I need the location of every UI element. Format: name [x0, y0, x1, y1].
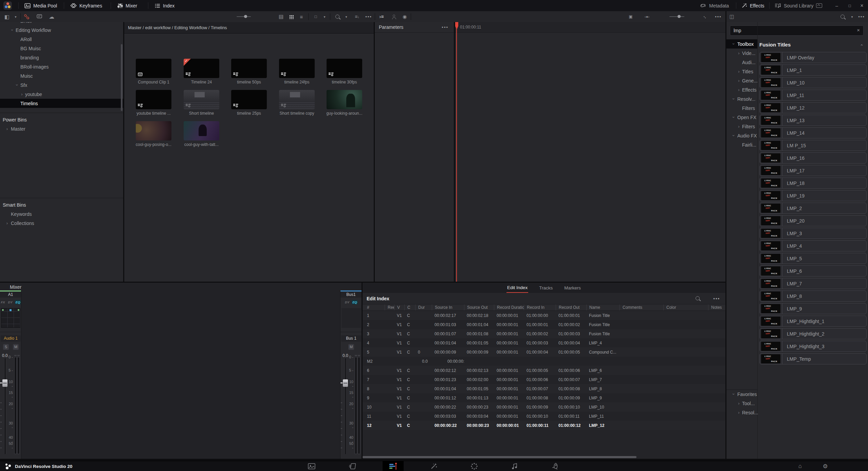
horizontal-scrollbar[interactable]	[363, 456, 636, 458]
column-header[interactable]: Ree	[385, 304, 394, 310]
clip-thumbnail[interactable]: ✓	[231, 90, 267, 109]
edit-index-options-icon[interactable]: •••	[713, 296, 720, 301]
tab-keyframes[interactable]: Keyframes	[70, 0, 102, 11]
bin-tree-item[interactable]: ›youtube	[0, 90, 123, 99]
column-header[interactable]: Source In	[432, 304, 464, 310]
clip-thumbnail[interactable]: ✓	[184, 59, 219, 78]
clip-thumbnail[interactable]: ✓	[184, 90, 219, 109]
fusion-title-item[interactable]: LYRIC ≈≈≈ PACK LMP_9	[759, 303, 867, 314]
fusion-title-item[interactable]: LYRIC ≈≈≈ PACK LMP_12	[759, 102, 867, 113]
grid-view-icon[interactable]	[287, 11, 295, 22]
fusion-title-item[interactable]: LYRIC ≈≈≈ PACK LMP_3	[759, 228, 867, 239]
effects-tree-item[interactable]: ›Gene...	[726, 76, 757, 85]
keyframe-spline-icon[interactable]: ◉	[401, 11, 409, 22]
fader-handle[interactable]	[343, 379, 348, 387]
fusion-title-item[interactable]: LYRIC ≈≈≈ PACK LMP_8	[759, 290, 867, 302]
chevron-icon[interactable]: ›	[731, 40, 736, 48]
effects-tree-item[interactable]: ›Titles	[726, 67, 757, 76]
keyframe-options-icon[interactable]: •••	[714, 11, 722, 22]
keyframe-zoom-slider[interactable]	[669, 16, 684, 17]
favorites-tree-item[interactable]: ›Favorites	[726, 390, 757, 399]
thumbnail-zoom-slider[interactable]	[237, 16, 251, 17]
clip-card[interactable]: ✓ Timeline 24	[184, 59, 219, 78]
fusion-title-item[interactable]: LYRIC ≈≈≈ PACK LMP_18	[759, 177, 867, 189]
favorites-tree-item[interactable]: ›Resol...	[726, 408, 757, 417]
fusion-title-item[interactable]: LYRIC ≈≈≈ PACK LMP_6	[759, 265, 867, 277]
volume-value[interactable]: 0.0	[2, 353, 8, 358]
chevron-icon[interactable]: ›	[736, 410, 742, 415]
edit-index-row[interactable]: 7 V1C 00:00:01:23 00:00:02:0000:00:00:01…	[363, 375, 725, 384]
chevron-icon[interactable]: ›	[10, 27, 15, 33]
fusion-title-item[interactable]: LYRIC ≈≈≈ PACK LMP_1	[759, 64, 867, 76]
edit-index-row[interactable]: 2 V1C 00:00:01:03 00:00:01:0400:00:00:01…	[363, 320, 725, 329]
clip-thumbnail[interactable]: ✓	[184, 121, 219, 140]
edit-index-row[interactable]: 1 V1C 00:00:02:17 00:00:02:1800:00:00:01…	[363, 311, 725, 320]
media-search-chevron-icon[interactable]: ▾	[342, 11, 350, 22]
fusion-title-item[interactable]: LYRIC ≈≈≈ PACK LMP_14	[759, 127, 867, 138]
thumbnail-zoom-knob[interactable]	[244, 15, 247, 18]
clip-card[interactable]: ✓ guy-looking-aroun...	[327, 90, 362, 109]
chevron-icon[interactable]: ›	[731, 114, 736, 121]
tab-media-pool[interactable]: Media Pool	[24, 0, 57, 11]
effects-tree-item[interactable]: ›Effects	[726, 85, 757, 94]
panel-layout-chevron-icon[interactable]: ▾	[12, 11, 20, 22]
fader-handle[interactable]	[2, 379, 7, 387]
chevron-icon[interactable]: ›	[736, 69, 742, 74]
media-page-icon[interactable]	[304, 461, 319, 471]
column-header[interactable]: V	[394, 304, 404, 310]
bin-tree-item[interactable]: BRoll-images	[0, 62, 123, 71]
deliver-page-icon[interactable]	[547, 461, 563, 471]
edit-index-row[interactable]: 5 V1C 000:00:00:09 00:00:00:0900:00:00:0…	[363, 347, 725, 357]
chevron-icon[interactable]: ›	[731, 391, 736, 398]
effects-search-chevron-icon[interactable]: ▾	[848, 11, 856, 22]
clip-card[interactable]: ✓ Short timeline	[184, 90, 219, 109]
edit-index-row[interactable]: 8 V1C 00:00:01:04 00:00:01:0500:00:00:01…	[363, 384, 725, 393]
clip-thumbnail[interactable]: ✓	[327, 59, 362, 78]
color-page-icon[interactable]	[466, 461, 482, 471]
breadcrumb[interactable]: Master / edit workflow / Editing Workflo…	[124, 22, 374, 34]
fusion-title-item[interactable]: LYRIC ≈≈≈ PACK LMP_5	[759, 253, 867, 264]
fusion-title-item[interactable]: LYRIC ≈≈≈ PACK LM P_15	[759, 140, 867, 151]
fusion-title-item[interactable]: LYRIC ≈≈≈ PACK LMP_Temp	[759, 353, 867, 364]
tab-index[interactable]: Index	[155, 0, 174, 11]
chevron-icon[interactable]: ›	[736, 124, 742, 129]
list-view-icon[interactable]: ≡	[297, 11, 306, 22]
effects-tree-item[interactable]: ›Filters	[726, 122, 757, 131]
tab-mixer[interactable]: Mixer	[117, 0, 137, 11]
index-tab[interactable]: Tracks	[538, 283, 553, 293]
bin-tree-item[interactable]: Muisc	[0, 71, 123, 80]
clip-thumbnail[interactable]: ✓	[279, 59, 315, 78]
keyframe-zoom-knob[interactable]	[678, 15, 681, 18]
bin-tree-item[interactable]: BRoll	[0, 22, 123, 25]
maximize-button[interactable]: □	[845, 0, 855, 11]
fusion-title-item[interactable]: LYRIC ≈≈≈ PACK LMP_4	[759, 240, 867, 251]
tab-effects[interactable]: Effects	[741, 0, 764, 11]
effects-tree-item[interactable]: ›Audio FX	[726, 131, 757, 140]
chevron-icon[interactable]: ›	[15, 82, 20, 88]
bin-tree-item[interactable]: branding	[0, 53, 123, 62]
fusion-title-item[interactable]: LYRIC ≈≈≈ PACK LMP_7	[759, 278, 867, 289]
clip-thumbnail[interactable]: ✓	[136, 59, 171, 78]
fader-track[interactable]	[345, 358, 347, 454]
chevron-icon[interactable]: ›	[736, 401, 742, 406]
sort-icon[interactable]: ≡↓	[353, 11, 361, 22]
fusion-title-item[interactable]: LYRIC ≈≈≈ PACK LMP_Hightlight_3	[759, 341, 867, 352]
effects-tree-item[interactable]: Audi...	[726, 58, 757, 67]
minimize-button[interactable]: –	[832, 0, 842, 11]
clip-card[interactable]: ✓ cool-guy-with-tatt...	[184, 121, 219, 140]
media-pool-options-icon[interactable]: •••	[365, 11, 373, 22]
effects-panel-toggle-icon[interactable]: ◫	[728, 11, 736, 22]
column-header[interactable]: Color	[663, 304, 708, 310]
cut-page-icon[interactable]	[345, 461, 361, 471]
keyframe-list-icon[interactable]: ›≡	[377, 11, 386, 22]
clip-thumbnail[interactable]: ✓	[231, 59, 267, 78]
effects-tree-item[interactable]: Filters	[726, 103, 757, 113]
clip-card[interactable]: ✓ cool-guy-posing-o...	[136, 121, 171, 140]
edit-index-row[interactable]: 6 V1C 00:00:02:12 00:00:02:1300:00:00:01…	[363, 366, 725, 375]
column-header[interactable]: Comments	[620, 304, 663, 310]
effects-search-input[interactable]	[730, 27, 856, 34]
expand-panel-icon[interactable]: ↔	[701, 11, 709, 22]
clip-thumbnail[interactable]: ✓	[279, 90, 315, 109]
bin-tree-item[interactable]: ARoll	[0, 35, 123, 44]
fusion-page-icon[interactable]	[426, 461, 442, 471]
